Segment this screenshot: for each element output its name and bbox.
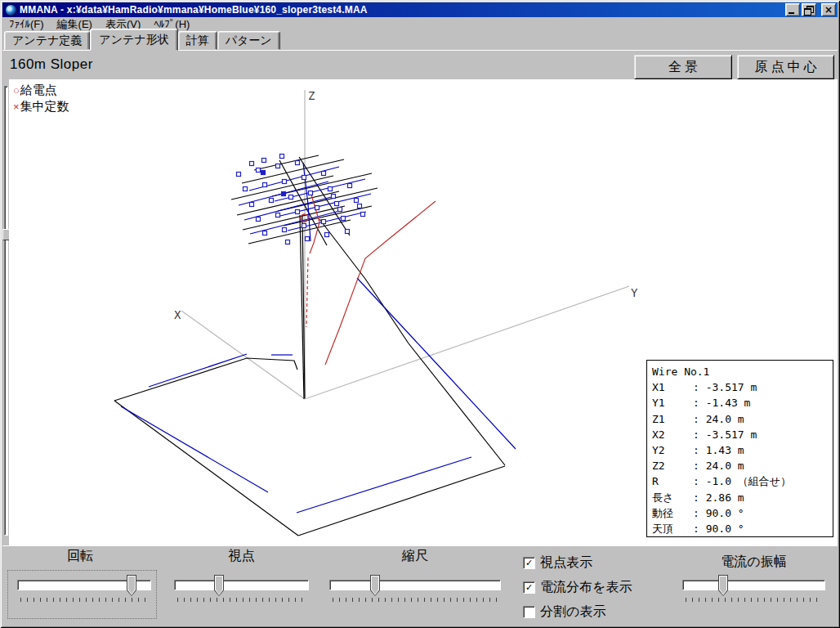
slider-track-current-amplitude[interactable]: [682, 580, 825, 590]
current-marker: [309, 191, 313, 195]
slider-ticks-viewpoint: [177, 598, 306, 602]
slider-thumb-current-amplitude[interactable]: [718, 575, 728, 596]
menu-file[interactable]: ﾌｧｲﾙ(F): [2, 17, 51, 31]
current-marker: [302, 176, 306, 180]
current-marker: [306, 237, 310, 241]
current-line: [306, 258, 308, 327]
checkbox-label-show-viewpoint[interactable]: 視点表示: [540, 554, 592, 572]
current-marker: [283, 180, 287, 184]
slider-label-current-amplitude: 電流の振幅: [676, 554, 832, 571]
slider-track-scale[interactable]: [329, 580, 501, 590]
axis-label-x: X: [174, 308, 181, 321]
slider-label-viewpoint: 視点: [168, 548, 315, 565]
current-marker: [286, 240, 290, 244]
current-marker: [282, 192, 286, 196]
wire-info-value: 90.0 °: [706, 523, 744, 535]
current-marker: [335, 202, 339, 206]
current-marker: [358, 204, 362, 209]
current-marker: [342, 217, 346, 221]
checkbox-row-show-viewpoint: ✓視点表示: [523, 556, 592, 570]
slider-label-rotation: 回転: [4, 548, 156, 565]
wire-info-label: Y2: [652, 442, 693, 458]
current-marker: [244, 187, 248, 191]
title-bar[interactable]: MMANA - x:¥data¥HamRadio¥mmana¥HomeBlue¥…: [2, 2, 838, 17]
legend-lumped-constant-label: 集中定数: [20, 99, 69, 113]
vertical-trackbar-channel[interactable]: [4, 86, 8, 536]
wire-info-row: R: -1.0 （組合せ）: [652, 473, 833, 489]
wire-info-label: 天頂: [652, 521, 693, 536]
wire-info-label: R: [652, 473, 693, 489]
wire-info-row: X1: -3.517 m: [652, 379, 833, 395]
checkbox-show-current-distribution[interactable]: ✓: [523, 581, 535, 594]
page-title: 160m Sloper: [10, 56, 93, 73]
current-marker: [283, 228, 287, 232]
slider-label-scale: 縮尺: [329, 548, 501, 565]
current-marker: [355, 199, 359, 203]
wire-info-row: X2: -3.517 m: [652, 427, 833, 442]
current-line: [121, 406, 268, 492]
slider-thumb-viewpoint[interactable]: [214, 575, 224, 596]
wire-info-row: Y1: -1.43 m: [652, 395, 833, 410]
legend-feed-point: ○給電点: [13, 82, 69, 98]
current-marker: [262, 159, 266, 163]
wire-info-value: -3.517 m: [706, 381, 757, 393]
current-marker: [250, 162, 254, 166]
current-marker: [263, 231, 267, 236]
current-marker: [338, 208, 342, 212]
minimize-button[interactable]: [785, 3, 800, 16]
current-marker: [261, 171, 266, 175]
wire-line: [114, 358, 297, 401]
wire-line: [284, 206, 372, 226]
current-marker: [296, 210, 300, 214]
control-panel: 回転視点縮尺電流の振幅✓視点表示✓電流分布を表示分割の表示: [2, 545, 838, 626]
wire-info-value: 24.0 m: [706, 413, 744, 425]
checkbox-show-segments[interactable]: [523, 606, 535, 618]
tab-pattern[interactable]: パターン: [217, 31, 280, 50]
checkbox-show-viewpoint[interactable]: ✓: [523, 557, 535, 569]
wire-info-row: Z1: 24.0 m: [652, 411, 833, 427]
tab-antenna-shape[interactable]: アンテナ形状: [90, 29, 177, 51]
wire-info-value: 90.0 °: [706, 507, 744, 519]
current-marker: [328, 187, 333, 191]
checkbox-row-show-current-distribution: ✓電流分布を表示: [523, 581, 632, 594]
tab-calculate[interactable]: 計算: [178, 31, 217, 50]
current-line: [325, 201, 436, 365]
current-marker: [322, 172, 326, 176]
close-icon: ×: [824, 6, 833, 14]
wire-info-value: 2.86 m: [706, 491, 744, 504]
wire-line: [298, 466, 505, 536]
full-view-button[interactable]: 全景: [634, 55, 732, 79]
current-marker: [263, 183, 267, 187]
current-marker: [346, 230, 350, 234]
axis-label-z: Z: [308, 89, 315, 102]
checkbox-label-show-segments[interactable]: 分割の表示: [540, 603, 605, 621]
slider-track-viewpoint[interactable]: [174, 580, 309, 590]
wire-info-box: Wire No.1 X1: -3.517 mY1: -1.43 mZ1: 24.…: [646, 360, 833, 537]
current-marker: [361, 213, 365, 217]
current-marker: [315, 206, 319, 210]
wire-info-value: -3.517 m: [706, 428, 757, 441]
origin-center-button[interactable]: 原点中心: [737, 55, 834, 79]
current-marker: [257, 218, 261, 222]
wire-info-row: Y2: 1.43 m: [652, 442, 833, 458]
current-marker: [280, 155, 284, 159]
wire-line: [114, 401, 298, 536]
current-marker: [257, 168, 261, 173]
current-marker: [332, 195, 336, 199]
current-marker: [296, 161, 300, 165]
wire-info-label: Z1: [652, 411, 693, 427]
close-button[interactable]: ×: [821, 3, 836, 16]
checkbox-label-show-current-distribution[interactable]: 電流分布を表示: [540, 579, 632, 596]
slider-thumb-scale[interactable]: [370, 575, 380, 596]
tab-antenna-definition[interactable]: アンテナ定義: [4, 31, 90, 50]
wire-info-row: 動径: 90.0 °: [652, 505, 833, 521]
wire-info-label: X1: [652, 379, 693, 395]
legend-feed-point-label: 給電点: [20, 83, 57, 96]
current-line: [149, 354, 247, 387]
current-marker: [325, 233, 329, 237]
wire-info-value: -1.43 m: [706, 397, 751, 409]
restore-button[interactable]: [802, 3, 816, 16]
lumped-constant-marker-icon: ×: [13, 101, 20, 113]
current-marker: [276, 213, 280, 218]
current-line: [357, 278, 516, 449]
